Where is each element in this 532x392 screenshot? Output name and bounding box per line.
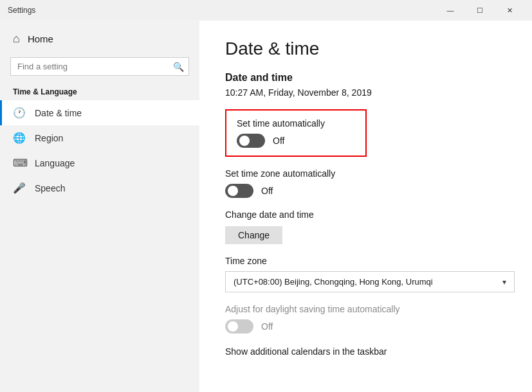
set-time-auto-status: Off [273, 136, 284, 146]
sidebar-item-date-time[interactable]: 🕐 Date & time [0, 100, 199, 125]
clock-icon: 🕐 [13, 107, 26, 119]
search-icon: 🔍 [173, 62, 184, 72]
sidebar-item-language[interactable]: ⌨ Language [0, 150, 199, 175]
current-time: 10:27 AM, Friday, November 8, 2019 [225, 87, 506, 98]
toggle-knob [228, 321, 238, 332]
timezone-value: (UTC+08:00) Beijing, Chongqing, Hong Kon… [234, 277, 433, 287]
daylight-status: Off [261, 321, 273, 332]
set-timezone-auto-toggle[interactable] [225, 184, 253, 198]
sidebar: ⌂ Home 🔍 Time & Language 🕐 Date & time 🌐… [0, 21, 199, 392]
set-time-auto-box: Set time automatically Off [225, 109, 367, 157]
timezone-dropdown[interactable]: (UTC+08:00) Beijing, Chongqing, Hong Kon… [225, 271, 515, 292]
home-icon: ⌂ [13, 32, 20, 46]
timezone-block: Time zone (UTC+08:00) Beijing, Chongqing… [225, 256, 506, 292]
titlebar: Settings — ☐ ✕ [0, 0, 532, 21]
sidebar-item-label: Language [35, 158, 75, 168]
sidebar-item-label: Region [35, 133, 63, 143]
set-timezone-auto-label: Set time zone automatically [225, 168, 506, 179]
set-timezone-auto-row: Off [225, 184, 506, 198]
additional-calendars-label: Show additional calendars in the taskbar [225, 346, 506, 357]
set-time-auto-row: Off [237, 134, 355, 148]
set-timezone-auto-status: Off [261, 186, 273, 196]
toggle-knob [239, 136, 250, 146]
daylight-row: Off [225, 319, 506, 334]
close-button[interactable]: ✕ [495, 0, 524, 21]
page-title: Date & time [225, 39, 506, 59]
search-input[interactable] [10, 57, 189, 76]
set-time-auto-label: Set time automatically [237, 118, 355, 129]
keyboard-icon: ⌨ [13, 157, 26, 169]
sidebar-section-header: Time & Language [0, 81, 199, 100]
search-box: 🔍 [10, 57, 189, 76]
sidebar-item-label: Date & time [35, 108, 82, 118]
sidebar-item-region[interactable]: 🌐 Region [0, 125, 199, 150]
app-title: Settings [8, 6, 35, 15]
app-body: ⌂ Home 🔍 Time & Language 🕐 Date & time 🌐… [0, 21, 532, 392]
sidebar-home[interactable]: ⌂ Home [0, 26, 199, 52]
maximize-button[interactable]: ☐ [465, 0, 495, 21]
sidebar-item-speech[interactable]: 🎤 Speech [0, 175, 199, 200]
content-area: Date & time Date and time 10:27 AM, Frid… [199, 21, 532, 392]
change-button[interactable]: Change [225, 226, 282, 244]
minimize-button[interactable]: — [436, 0, 465, 21]
section-title: Date and time [225, 72, 506, 84]
daylight-toggle[interactable] [225, 319, 253, 334]
home-label: Home [28, 33, 53, 44]
change-date-block: Change date and time Change [225, 209, 506, 244]
globe-icon: 🌐 [13, 132, 26, 144]
window-controls: — ☐ ✕ [436, 0, 524, 21]
daylight-block: Adjust for daylight saving time automati… [225, 304, 506, 334]
set-timezone-auto-block: Set time zone automatically Off [225, 168, 506, 198]
set-time-auto-toggle[interactable] [237, 134, 265, 148]
change-date-label: Change date and time [225, 209, 506, 220]
sidebar-item-label: Speech [35, 183, 65, 193]
toggle-knob [228, 186, 238, 196]
daylight-label: Adjust for daylight saving time automati… [225, 304, 506, 314]
timezone-label: Time zone [225, 256, 506, 266]
microphone-icon: 🎤 [13, 182, 26, 194]
chevron-down-icon: ▾ [502, 278, 506, 287]
